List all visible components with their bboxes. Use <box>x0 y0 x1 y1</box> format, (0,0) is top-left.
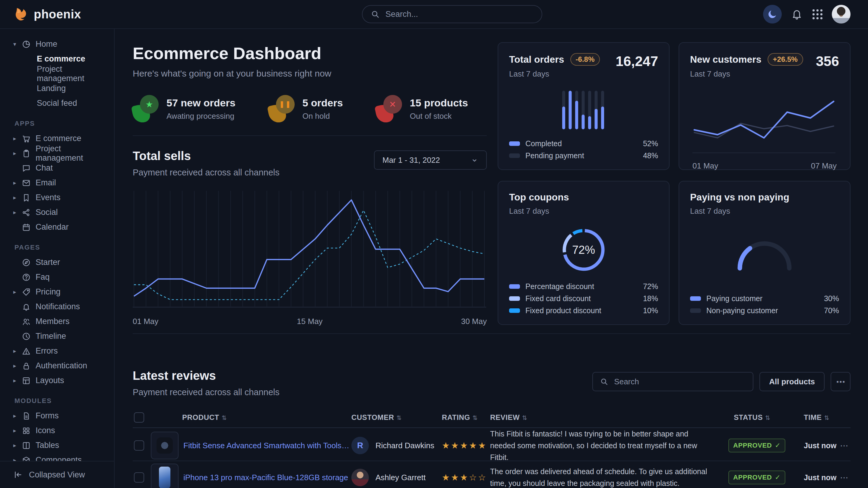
calendar-icon <box>22 223 36 232</box>
column-header-review[interactable]: REVIEW⇅ <box>490 413 728 422</box>
column-header-product[interactable]: PRODUCT⇅ <box>151 413 351 422</box>
stat-5-orders: ❚❚5 ordersOn hold <box>269 95 343 123</box>
stat-value: 15 products <box>410 97 468 109</box>
sidebar-item-home[interactable]: ▾Home <box>13 37 108 52</box>
divider <box>133 135 487 136</box>
sidebar-item-tables[interactable]: ▸Tables <box>13 438 108 453</box>
date-range-value: Mar 1 - 31, 2022 <box>382 156 440 165</box>
status-badge: APPROVED ✓ <box>728 470 785 484</box>
row-checkbox[interactable] <box>134 441 144 451</box>
reviews-search-input[interactable] <box>614 377 746 387</box>
sidebar-item-label: Tables <box>36 441 59 450</box>
lock-icon <box>22 361 36 370</box>
reviews-subtitle: Payment received across all channels <box>133 387 280 397</box>
column-header-rating[interactable]: RATING⇅ <box>442 413 490 422</box>
sidebar-subitem-social-feed[interactable]: Social feed <box>13 96 108 110</box>
brand-logo[interactable]: phoenix <box>0 6 81 22</box>
sidebar-item-forms[interactable]: ▸Forms <box>13 409 108 423</box>
moon-icon <box>767 9 777 19</box>
row-checkbox[interactable] <box>134 472 144 483</box>
caret-right-icon: ▸ <box>13 348 22 355</box>
sidebar-item-email[interactable]: ▸Email <box>13 175 108 190</box>
sidebar-item-pricing[interactable]: ▸Pricing <box>13 285 108 299</box>
brand-name: phoenix <box>34 7 81 21</box>
collapsed-view-toggle[interactable]: Collapsed View <box>0 461 114 488</box>
columns-icon <box>22 441 36 450</box>
question-icon <box>22 273 36 282</box>
sidebar-item-label: Errors <box>36 346 58 356</box>
column-header-status[interactable]: STATUS⇅ <box>728 413 804 422</box>
compass-icon <box>22 258 36 267</box>
sidebar-item-events[interactable]: ▸Events <box>13 190 108 205</box>
sidebar-item-authentication[interactable]: ▸Authentication <box>13 358 108 373</box>
sidebar-item-calendar[interactable]: Calendar <box>13 220 108 234</box>
sidebar-item-notifications[interactable]: Notifications <box>13 299 108 314</box>
sidebar-item-label: Chat <box>36 163 53 173</box>
customer-avatar[interactable] <box>351 469 369 486</box>
legend-swatch <box>509 284 520 289</box>
top-coupons-donut-chart: 72% <box>509 227 658 272</box>
review-text: The order was delivered ahead of schedul… <box>490 466 728 488</box>
sidebar-item-chat[interactable]: Chat <box>13 161 108 175</box>
caret-right-icon: ▸ <box>13 180 22 186</box>
product-link[interactable]: iPhone 13 pro max-Pacific Blue-128GB sto… <box>183 473 348 482</box>
sidebar-item-icons[interactable]: ▸Icons <box>13 423 108 438</box>
user-avatar[interactable] <box>832 5 850 24</box>
row-actions-button[interactable]: ⋯ <box>840 473 850 483</box>
product-image-watch <box>157 437 173 454</box>
product-thumbnail[interactable] <box>151 432 179 459</box>
sidebar-item-timeline[interactable]: Timeline <box>13 329 108 344</box>
legend-label: Paying customer <box>706 294 763 303</box>
stat-value: 5 orders <box>303 97 343 109</box>
new-customers-card: New customers +26.5% Last 7 days 356 01 … <box>679 42 850 170</box>
search-input[interactable] <box>385 9 533 19</box>
apps-grid-icon[interactable] <box>812 9 823 20</box>
total-sells-chart: 01 May15 May30 May <box>133 187 487 326</box>
date-range-select[interactable]: Mar 1 - 31, 2022 ⌄ <box>374 151 487 170</box>
column-header-customer[interactable]: CUSTOMER⇅ <box>351 413 442 422</box>
paying-card: Paying vs non paying Last 7 days Paying … <box>679 181 850 325</box>
legend-value: 18% <box>643 294 658 303</box>
sidebar-item-social[interactable]: ▸Social <box>13 205 108 220</box>
sidebar-item-label: Timeline <box>36 331 66 341</box>
select-all-checkbox[interactable] <box>134 412 144 423</box>
stat-label: Out of stock <box>410 111 468 121</box>
all-products-button[interactable]: All products <box>760 372 825 391</box>
notifications-bell-icon[interactable] <box>791 8 803 20</box>
collapse-icon <box>13 470 23 480</box>
sidebar-item-label: Authentication <box>36 361 87 370</box>
customer-avatar[interactable]: R <box>351 437 369 454</box>
sort-icon: ⇅ <box>765 415 770 421</box>
legend-swatch <box>690 308 701 313</box>
sidebar-item-label: Members <box>36 317 70 326</box>
sidebar-item-label: Project management <box>36 144 108 163</box>
sidebar-item-starter[interactable]: Starter <box>13 255 108 270</box>
collapsed-view-label: Collapsed View <box>29 470 85 480</box>
global-search[interactable] <box>362 5 542 23</box>
caret-right-icon: ▸ <box>13 412 22 419</box>
caret-right-icon: ▸ <box>13 442 22 449</box>
sidebar-item-label: Home <box>36 39 57 49</box>
reviews-search[interactable] <box>592 372 753 391</box>
grid4-icon <box>22 426 36 435</box>
x-axis-label: 01 May <box>133 317 158 326</box>
layout-icon <box>22 376 36 385</box>
caret-right-icon: ▸ <box>13 209 22 216</box>
theme-toggle-button[interactable] <box>763 5 782 24</box>
delta-badge: +26.5% <box>768 53 803 66</box>
sidebar-item-errors[interactable]: ▸Errors <box>13 344 108 358</box>
sidebar-item-members[interactable]: Members <box>13 314 108 329</box>
users-icon <box>22 317 36 326</box>
sidebar-subitem-landing[interactable]: Landing <box>13 81 108 96</box>
product-thumbnail[interactable] <box>151 464 179 488</box>
sidebar-item-layouts[interactable]: ▸Layouts <box>13 373 108 388</box>
product-link[interactable]: Fitbit Sense Advanced Smartwatch with To… <box>183 441 351 450</box>
sidebar-item-label: Email <box>36 178 56 188</box>
sidebar-item-faq[interactable]: Faq <box>13 270 108 285</box>
stat-label: On hold <box>303 111 343 121</box>
column-header-time[interactable]: TIME⇅ <box>804 413 840 422</box>
more-options-button[interactable]: ⋯ <box>831 372 850 391</box>
row-actions-button[interactable]: ⋯ <box>840 441 850 451</box>
sidebar-subitem-project-management[interactable]: Project management <box>13 66 108 81</box>
sidebar-item-project-management[interactable]: ▸Project management <box>13 146 108 161</box>
